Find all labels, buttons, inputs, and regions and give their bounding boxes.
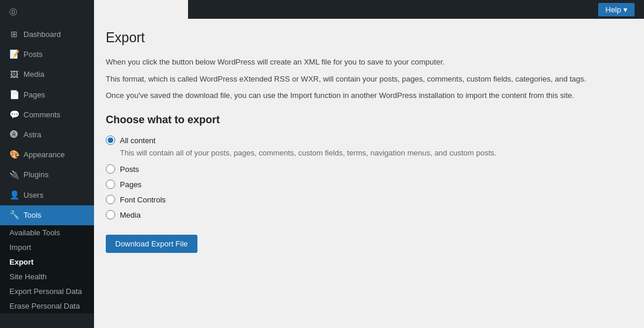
section-title: Choose what to export <box>106 114 632 126</box>
radio-input-all-content[interactable] <box>106 136 115 145</box>
radio-group-posts: Posts <box>106 164 632 174</box>
tools-icon: 🔧 <box>9 211 19 220</box>
sidebar-item-appearance[interactable]: 🎨 Appearance <box>0 145 94 165</box>
radio-text-pages: Pages <box>120 180 142 189</box>
users-icon: 👤 <box>9 191 19 200</box>
media-icon: 🖼 <box>9 70 19 79</box>
sidebar-label-posts: Posts <box>24 49 43 60</box>
radio-input-pages[interactable] <box>106 180 115 189</box>
help-label: Help <box>605 5 621 14</box>
sidebar-label-media: Media <box>24 69 44 80</box>
tools-submenu: Available ToolsImportExportSite HealthEx… <box>0 225 94 313</box>
appearance-icon: 🎨 <box>9 150 19 160</box>
desc-3: Once you've saved the download file, you… <box>106 90 632 102</box>
submenu-item-erase-personal-data[interactable]: Erase Personal Data <box>0 299 94 313</box>
radio-text-all-content: All content <box>120 136 156 145</box>
radio-text-media: Media <box>120 211 140 219</box>
plugins-icon: 🔌 <box>9 170 19 180</box>
radio-group-media: Media <box>106 210 632 219</box>
wp-logo-icon: ⓪ <box>9 7 17 18</box>
comments-icon: 💬 <box>9 110 19 120</box>
submenu-item-export[interactable]: Export <box>0 255 94 269</box>
radio-label-posts[interactable]: Posts <box>106 164 632 174</box>
submenu-item-import[interactable]: Import <box>0 240 94 255</box>
radio-input-media[interactable] <box>106 210 115 219</box>
sidebar-label-comments: Comments <box>24 110 61 120</box>
posts-icon: 📝 <box>9 50 19 59</box>
radio-group-pages: Pages <box>106 180 632 189</box>
dashboard-icon: ⊞ <box>9 30 19 39</box>
radio-label-font-controls[interactable]: Font Controls <box>106 195 632 204</box>
page-title: Export <box>106 29 632 47</box>
pages-icon: 📄 <box>9 90 19 100</box>
sidebar-label-dashboard: Dashboard <box>24 29 61 40</box>
sidebar-nav: ⊞ Dashboard 📝 Posts 🖼 Media 📄 Pages 💬 Co… <box>0 25 94 225</box>
sidebar-item-posts[interactable]: 📝 Posts <box>0 45 94 65</box>
sidebar-item-tools[interactable]: 🔧 Tools <box>0 205 94 225</box>
help-chevron-icon: ▾ <box>623 5 628 14</box>
sidebar-item-dashboard[interactable]: ⊞ Dashboard <box>0 25 94 45</box>
astra-icon: 🅐 <box>9 130 19 140</box>
sidebar-label-appearance: Appearance <box>24 150 65 160</box>
sidebar-item-users[interactable]: 👤 Users <box>0 185 94 205</box>
radio-label-all-content[interactable]: All content <box>106 136 632 145</box>
sidebar-label-plugins: Plugins <box>24 170 49 180</box>
sidebar-label-tools: Tools <box>24 210 41 221</box>
export-options-group: All contentThis will contain all of your… <box>106 136 632 219</box>
sidebar: ⓪ ⊞ Dashboard 📝 Posts 🖼 Media 📄 Pages 💬 … <box>0 0 94 328</box>
radio-text-posts: Posts <box>120 165 139 174</box>
radio-desc-all-content: This will contain all of your posts, pag… <box>120 148 632 157</box>
topbar: Help ▾ <box>188 0 644 19</box>
help-button[interactable]: Help ▾ <box>598 3 635 16</box>
sidebar-label-users: Users <box>24 190 43 201</box>
sidebar-label-pages: Pages <box>24 90 45 100</box>
main-content: Export When you click the button below W… <box>94 0 644 328</box>
radio-text-font-controls: Font Controls <box>120 195 166 204</box>
submenu-item-site-health[interactable]: Site Health <box>0 269 94 284</box>
radio-group-all-content: All contentThis will contain all of your… <box>106 136 632 157</box>
download-export-button[interactable]: Download Export File <box>106 235 197 253</box>
sidebar-item-comments[interactable]: 💬 Comments <box>0 105 94 125</box>
submenu-item-available-tools[interactable]: Available Tools <box>0 225 94 240</box>
sidebar-item-plugins[interactable]: 🔌 Plugins <box>0 165 94 185</box>
radio-group-font-controls: Font Controls <box>106 195 632 204</box>
desc-1: When you click the button below WordPres… <box>106 56 632 69</box>
sidebar-label-astra: Astra <box>24 130 41 140</box>
submenu-item-export-personal-data[interactable]: Export Personal Data <box>0 284 94 299</box>
wp-logo: ⓪ <box>0 0 94 25</box>
radio-input-posts[interactable] <box>106 164 115 174</box>
sidebar-item-pages[interactable]: 📄 Pages <box>0 85 94 105</box>
sidebar-item-astra[interactable]: 🅐 Astra <box>0 125 94 145</box>
radio-label-media[interactable]: Media <box>106 210 632 219</box>
sidebar-item-media[interactable]: 🖼 Media <box>0 65 94 84</box>
radio-label-pages[interactable]: Pages <box>106 180 632 189</box>
radio-input-font-controls[interactable] <box>106 195 115 204</box>
desc-2: This format, which is called WordPress e… <box>106 73 632 86</box>
